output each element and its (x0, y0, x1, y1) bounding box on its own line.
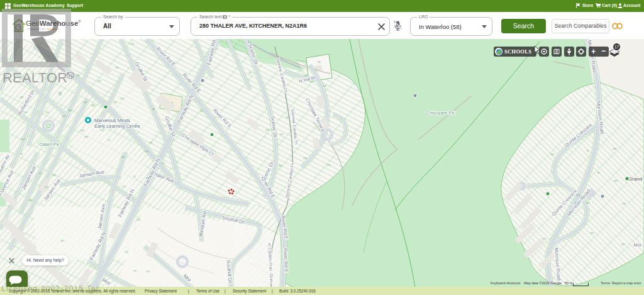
svg-text:271: 271 (543, 238, 547, 240)
svg-text:255: 255 (120, 97, 124, 100)
svg-text:239: 239 (621, 243, 625, 246)
svg-text:315: 315 (327, 164, 331, 167)
svg-text:213: 213 (122, 186, 126, 188)
svg-text:74: 74 (586, 150, 589, 152)
svg-text:161: 161 (115, 67, 119, 69)
svg-text:136: 136 (550, 153, 554, 156)
svg-text:49: 49 (20, 153, 23, 155)
svg-text:Oaten Pk: Oaten Pk (39, 142, 59, 147)
svg-text:308: 308 (323, 85, 326, 87)
svg-text:229: 229 (161, 162, 165, 165)
svg-text:60: 60 (597, 172, 600, 174)
svg-text:32: 32 (108, 139, 110, 142)
svg-text:48: 48 (152, 108, 155, 111)
svg-text:341: 341 (200, 110, 204, 113)
svg-text:134: 134 (622, 203, 626, 205)
svg-text:221: 221 (52, 174, 56, 177)
svg-text:91: 91 (133, 175, 136, 178)
svg-text:379: 379 (45, 186, 48, 189)
svg-text:7: 7 (111, 274, 112, 276)
svg-text:234: 234 (278, 165, 282, 167)
svg-text:River Rd E: River Rd E (282, 248, 289, 272)
svg-text:183: 183 (590, 232, 594, 235)
svg-text:149: 149 (19, 96, 23, 99)
svg-text:206: 206 (265, 129, 269, 131)
svg-text:Mor: Mor (634, 242, 642, 248)
svg-text:94: 94 (318, 60, 321, 64)
svg-text:216: 216 (121, 156, 125, 159)
svg-text:205: 205 (286, 116, 289, 119)
svg-text:Marvelous Minds: Marvelous Minds (94, 118, 130, 123)
svg-text:159: 159 (84, 136, 88, 138)
svg-text:255: 255 (97, 80, 101, 82)
svg-text:399: 399 (614, 180, 618, 182)
svg-text:135: 135 (146, 270, 150, 273)
svg-text:317: 317 (280, 133, 284, 136)
svg-text:186: 186 (83, 101, 87, 104)
svg-text:293: 293 (76, 74, 80, 77)
svg-text:265: 265 (586, 202, 590, 204)
svg-text:374: 374 (145, 150, 148, 153)
svg-text:330: 330 (613, 148, 616, 150)
svg-text:358: 358 (58, 92, 62, 94)
svg-text:315: 315 (303, 157, 307, 160)
svg-text:65: 65 (134, 270, 136, 272)
svg-text:31: 31 (39, 172, 42, 175)
svg-text:Chicopee Pk: Chicopee Pk (426, 110, 455, 116)
svg-text:260: 260 (68, 109, 72, 112)
svg-text:154: 154 (130, 43, 134, 45)
svg-text:97: 97 (28, 77, 31, 79)
svg-text:195: 195 (136, 219, 140, 221)
svg-text:343: 343 (113, 101, 117, 104)
svg-text:388: 388 (91, 104, 95, 107)
svg-text:392: 392 (80, 130, 84, 132)
svg-text:178: 178 (576, 194, 580, 197)
svg-text:Early Learning Centre: Early Learning Centre (94, 123, 140, 129)
svg-text:Grand: Grand (628, 176, 642, 182)
svg-text:282: 282 (28, 199, 32, 202)
svg-text:114: 114 (100, 129, 104, 131)
svg-text:107: 107 (248, 72, 252, 74)
svg-text:274: 274 (125, 251, 128, 253)
svg-text:215: 215 (45, 111, 49, 114)
svg-text:115: 115 (21, 138, 25, 141)
svg-text:161: 161 (149, 142, 153, 144)
svg-text:334: 334 (62, 115, 65, 118)
svg-text:182: 182 (60, 240, 64, 242)
